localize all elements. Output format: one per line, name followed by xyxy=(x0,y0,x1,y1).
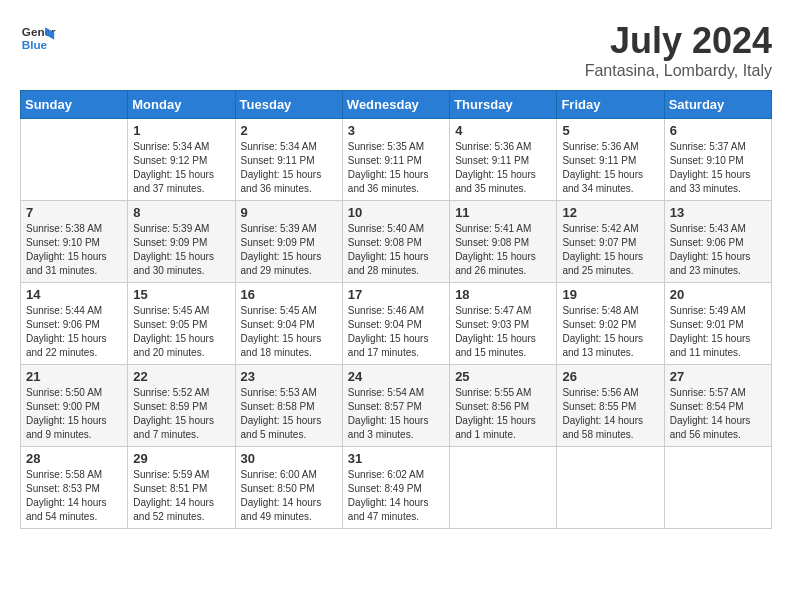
day-number: 17 xyxy=(348,287,444,302)
day-info: Sunrise: 5:57 AM Sunset: 8:54 PM Dayligh… xyxy=(670,386,766,442)
day-number: 9 xyxy=(241,205,337,220)
day-info: Sunrise: 5:56 AM Sunset: 8:55 PM Dayligh… xyxy=(562,386,658,442)
day-info: Sunrise: 5:58 AM Sunset: 8:53 PM Dayligh… xyxy=(26,468,122,524)
calendar-day: 15Sunrise: 5:45 AM Sunset: 9:05 PM Dayli… xyxy=(128,283,235,365)
calendar-table: SundayMondayTuesdayWednesdayThursdayFrid… xyxy=(20,90,772,529)
day-info: Sunrise: 5:40 AM Sunset: 9:08 PM Dayligh… xyxy=(348,222,444,278)
calendar-day: 25Sunrise: 5:55 AM Sunset: 8:56 PM Dayli… xyxy=(450,365,557,447)
day-number: 14 xyxy=(26,287,122,302)
day-number: 3 xyxy=(348,123,444,138)
day-info: Sunrise: 5:49 AM Sunset: 9:01 PM Dayligh… xyxy=(670,304,766,360)
day-info: Sunrise: 5:45 AM Sunset: 9:05 PM Dayligh… xyxy=(133,304,229,360)
calendar-day: 8Sunrise: 5:39 AM Sunset: 9:09 PM Daylig… xyxy=(128,201,235,283)
day-info: Sunrise: 5:54 AM Sunset: 8:57 PM Dayligh… xyxy=(348,386,444,442)
logo: General Blue xyxy=(20,20,56,56)
calendar-day: 7Sunrise: 5:38 AM Sunset: 9:10 PM Daylig… xyxy=(21,201,128,283)
calendar-day: 24Sunrise: 5:54 AM Sunset: 8:57 PM Dayli… xyxy=(342,365,449,447)
day-info: Sunrise: 5:48 AM Sunset: 9:02 PM Dayligh… xyxy=(562,304,658,360)
calendar-day: 2Sunrise: 5:34 AM Sunset: 9:11 PM Daylig… xyxy=(235,119,342,201)
day-number: 6 xyxy=(670,123,766,138)
day-number: 29 xyxy=(133,451,229,466)
calendar-week-3: 14Sunrise: 5:44 AM Sunset: 9:06 PM Dayli… xyxy=(21,283,772,365)
calendar-day: 11Sunrise: 5:41 AM Sunset: 9:08 PM Dayli… xyxy=(450,201,557,283)
day-number: 11 xyxy=(455,205,551,220)
day-number: 4 xyxy=(455,123,551,138)
calendar-day: 12Sunrise: 5:42 AM Sunset: 9:07 PM Dayli… xyxy=(557,201,664,283)
calendar-day: 10Sunrise: 5:40 AM Sunset: 9:08 PM Dayli… xyxy=(342,201,449,283)
day-number: 23 xyxy=(241,369,337,384)
day-info: Sunrise: 5:34 AM Sunset: 9:12 PM Dayligh… xyxy=(133,140,229,196)
calendar-day: 9Sunrise: 5:39 AM Sunset: 9:09 PM Daylig… xyxy=(235,201,342,283)
day-number: 12 xyxy=(562,205,658,220)
day-info: Sunrise: 5:53 AM Sunset: 8:58 PM Dayligh… xyxy=(241,386,337,442)
calendar-day: 1Sunrise: 5:34 AM Sunset: 9:12 PM Daylig… xyxy=(128,119,235,201)
calendar-day: 21Sunrise: 5:50 AM Sunset: 9:00 PM Dayli… xyxy=(21,365,128,447)
day-number: 13 xyxy=(670,205,766,220)
day-header-wednesday: Wednesday xyxy=(342,91,449,119)
day-number: 25 xyxy=(455,369,551,384)
day-header-thursday: Thursday xyxy=(450,91,557,119)
day-info: Sunrise: 5:39 AM Sunset: 9:09 PM Dayligh… xyxy=(241,222,337,278)
day-number: 15 xyxy=(133,287,229,302)
day-info: Sunrise: 5:37 AM Sunset: 9:10 PM Dayligh… xyxy=(670,140,766,196)
day-number: 31 xyxy=(348,451,444,466)
day-info: Sunrise: 5:46 AM Sunset: 9:04 PM Dayligh… xyxy=(348,304,444,360)
day-info: Sunrise: 5:44 AM Sunset: 9:06 PM Dayligh… xyxy=(26,304,122,360)
calendar-day xyxy=(450,447,557,529)
day-header-sunday: Sunday xyxy=(21,91,128,119)
day-number: 16 xyxy=(241,287,337,302)
day-info: Sunrise: 5:36 AM Sunset: 9:11 PM Dayligh… xyxy=(455,140,551,196)
calendar-day: 22Sunrise: 5:52 AM Sunset: 8:59 PM Dayli… xyxy=(128,365,235,447)
calendar-day: 19Sunrise: 5:48 AM Sunset: 9:02 PM Dayli… xyxy=(557,283,664,365)
day-info: Sunrise: 5:39 AM Sunset: 9:09 PM Dayligh… xyxy=(133,222,229,278)
calendar-day: 30Sunrise: 6:00 AM Sunset: 8:50 PM Dayli… xyxy=(235,447,342,529)
calendar-week-1: 1Sunrise: 5:34 AM Sunset: 9:12 PM Daylig… xyxy=(21,119,772,201)
day-number: 1 xyxy=(133,123,229,138)
day-number: 5 xyxy=(562,123,658,138)
calendar-day xyxy=(557,447,664,529)
day-info: Sunrise: 5:34 AM Sunset: 9:11 PM Dayligh… xyxy=(241,140,337,196)
calendar-day xyxy=(664,447,771,529)
day-info: Sunrise: 5:35 AM Sunset: 9:11 PM Dayligh… xyxy=(348,140,444,196)
day-number: 22 xyxy=(133,369,229,384)
day-number: 28 xyxy=(26,451,122,466)
calendar-day: 4Sunrise: 5:36 AM Sunset: 9:11 PM Daylig… xyxy=(450,119,557,201)
calendar-day: 31Sunrise: 6:02 AM Sunset: 8:49 PM Dayli… xyxy=(342,447,449,529)
calendar-day: 20Sunrise: 5:49 AM Sunset: 9:01 PM Dayli… xyxy=(664,283,771,365)
day-info: Sunrise: 5:55 AM Sunset: 8:56 PM Dayligh… xyxy=(455,386,551,442)
day-info: Sunrise: 5:45 AM Sunset: 9:04 PM Dayligh… xyxy=(241,304,337,360)
calendar-day: 5Sunrise: 5:36 AM Sunset: 9:11 PM Daylig… xyxy=(557,119,664,201)
day-header-saturday: Saturday xyxy=(664,91,771,119)
day-number: 20 xyxy=(670,287,766,302)
day-number: 2 xyxy=(241,123,337,138)
day-header-friday: Friday xyxy=(557,91,664,119)
calendar-week-4: 21Sunrise: 5:50 AM Sunset: 9:00 PM Dayli… xyxy=(21,365,772,447)
day-number: 24 xyxy=(348,369,444,384)
day-number: 27 xyxy=(670,369,766,384)
day-info: Sunrise: 5:38 AM Sunset: 9:10 PM Dayligh… xyxy=(26,222,122,278)
calendar-day: 28Sunrise: 5:58 AM Sunset: 8:53 PM Dayli… xyxy=(21,447,128,529)
day-number: 10 xyxy=(348,205,444,220)
location-title: Fantasina, Lombardy, Italy xyxy=(585,62,772,80)
day-info: Sunrise: 6:00 AM Sunset: 8:50 PM Dayligh… xyxy=(241,468,337,524)
calendar-day: 14Sunrise: 5:44 AM Sunset: 9:06 PM Dayli… xyxy=(21,283,128,365)
day-number: 30 xyxy=(241,451,337,466)
logo-icon: General Blue xyxy=(20,20,56,56)
day-info: Sunrise: 5:50 AM Sunset: 9:00 PM Dayligh… xyxy=(26,386,122,442)
calendar-day xyxy=(21,119,128,201)
calendar-week-5: 28Sunrise: 5:58 AM Sunset: 8:53 PM Dayli… xyxy=(21,447,772,529)
calendar-day: 26Sunrise: 5:56 AM Sunset: 8:55 PM Dayli… xyxy=(557,365,664,447)
day-info: Sunrise: 5:41 AM Sunset: 9:08 PM Dayligh… xyxy=(455,222,551,278)
day-info: Sunrise: 5:59 AM Sunset: 8:51 PM Dayligh… xyxy=(133,468,229,524)
calendar-day: 6Sunrise: 5:37 AM Sunset: 9:10 PM Daylig… xyxy=(664,119,771,201)
calendar-week-2: 7Sunrise: 5:38 AM Sunset: 9:10 PM Daylig… xyxy=(21,201,772,283)
calendar-day: 23Sunrise: 5:53 AM Sunset: 8:58 PM Dayli… xyxy=(235,365,342,447)
day-number: 21 xyxy=(26,369,122,384)
calendar-day: 17Sunrise: 5:46 AM Sunset: 9:04 PM Dayli… xyxy=(342,283,449,365)
day-header-tuesday: Tuesday xyxy=(235,91,342,119)
day-number: 8 xyxy=(133,205,229,220)
day-info: Sunrise: 6:02 AM Sunset: 8:49 PM Dayligh… xyxy=(348,468,444,524)
day-number: 26 xyxy=(562,369,658,384)
title-block: July 2024 Fantasina, Lombardy, Italy xyxy=(585,20,772,80)
calendar-header-row: SundayMondayTuesdayWednesdayThursdayFrid… xyxy=(21,91,772,119)
